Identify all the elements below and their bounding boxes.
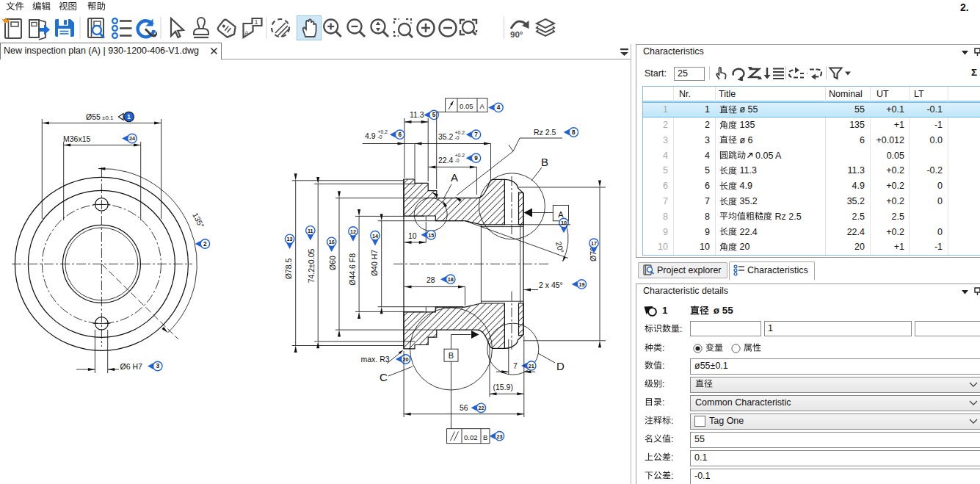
svg-text:+0.2: +0.2 xyxy=(378,129,388,134)
svg-text:0.02: 0.02 xyxy=(464,433,478,441)
svg-text:17: 17 xyxy=(591,240,597,247)
svg-text:-0: -0 xyxy=(455,135,460,140)
svg-text:Ø60: Ø60 xyxy=(328,256,337,270)
svg-text:13: 13 xyxy=(287,236,293,242)
svg-text:Ø78.5: Ø78.5 xyxy=(284,259,293,280)
svg-text:5: 5 xyxy=(432,112,436,118)
svg-text:+0.2: +0.2 xyxy=(455,130,465,135)
svg-text:(15.9): (15.9) xyxy=(493,383,513,391)
svg-text:7: 7 xyxy=(513,361,518,370)
svg-text:6: 6 xyxy=(398,131,402,138)
svg-text:4.9: 4.9 xyxy=(365,131,376,140)
svg-text:+0.2: +0.2 xyxy=(455,153,465,158)
svg-text:-0: -0 xyxy=(455,158,460,163)
svg-text:3: 3 xyxy=(156,363,160,369)
svg-text:-0: -0 xyxy=(378,134,382,140)
svg-text:16: 16 xyxy=(329,239,335,245)
svg-text:max. R3: max. R3 xyxy=(361,355,390,364)
svg-text:56: 56 xyxy=(460,403,468,412)
svg-text:Ø40 H7: Ø40 H7 xyxy=(370,250,379,276)
svg-text:10: 10 xyxy=(561,220,567,226)
svg-text:2: 2 xyxy=(203,241,207,248)
svg-text:24: 24 xyxy=(129,135,135,142)
svg-text:2 x 45°: 2 x 45° xyxy=(539,281,563,289)
svg-text:B: B xyxy=(449,351,454,360)
svg-text:C: C xyxy=(380,371,388,383)
svg-text:8: 8 xyxy=(572,129,576,136)
svg-text:7: 7 xyxy=(474,131,478,138)
svg-text:Ø44.6 F8: Ø44.6 F8 xyxy=(348,253,357,286)
svg-text:±0.1: ±0.1 xyxy=(102,115,114,121)
svg-text:74.2±0.05: 74.2±0.05 xyxy=(307,249,316,283)
svg-text:23: 23 xyxy=(496,433,502,440)
svg-text:18: 18 xyxy=(448,276,454,283)
svg-text:20°: 20° xyxy=(554,240,566,253)
svg-text:22: 22 xyxy=(478,405,484,411)
svg-text:D: D xyxy=(556,360,565,372)
svg-text:Ø55: Ø55 xyxy=(86,112,101,121)
svg-text:4: 4 xyxy=(497,104,501,111)
svg-text:A: A xyxy=(558,210,564,219)
svg-text:14: 14 xyxy=(372,233,378,239)
svg-text:A: A xyxy=(451,171,458,184)
svg-text:Ø6 H7: Ø6 H7 xyxy=(120,362,143,371)
svg-text:21: 21 xyxy=(529,363,534,369)
svg-text:0.05: 0.05 xyxy=(460,102,473,110)
svg-text:11.3: 11.3 xyxy=(410,110,424,119)
svg-text:9: 9 xyxy=(474,155,478,162)
svg-text:35.2: 35.2 xyxy=(438,132,454,141)
svg-text:28: 28 xyxy=(427,275,435,284)
svg-text:B: B xyxy=(483,433,487,441)
svg-text:10: 10 xyxy=(408,231,417,240)
svg-text:A: A xyxy=(480,102,485,110)
svg-text:135°: 135° xyxy=(191,211,206,229)
svg-text:15: 15 xyxy=(428,232,434,239)
svg-text:19: 19 xyxy=(578,281,584,288)
svg-text:1: 1 xyxy=(127,114,131,120)
svg-text:B: B xyxy=(541,156,548,168)
svg-text:22.4: 22.4 xyxy=(438,156,454,165)
svg-text:12: 12 xyxy=(350,228,356,235)
svg-text:Rz 2.5: Rz 2.5 xyxy=(534,128,556,137)
svg-text:11: 11 xyxy=(308,228,313,234)
svg-text:M36x15: M36x15 xyxy=(63,134,91,143)
